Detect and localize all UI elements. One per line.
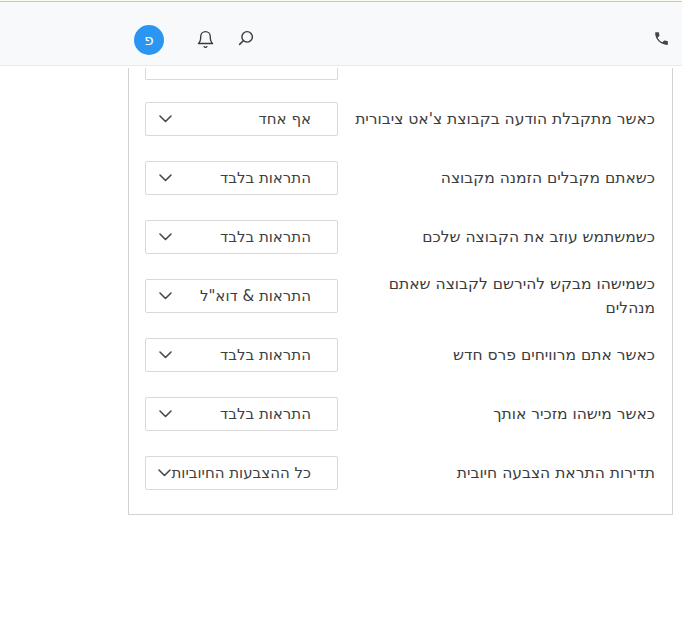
setting-dropdown[interactable]: התראות & דוא"ל xyxy=(145,279,338,313)
setting-label: כאשר מתקבלת הודעה בקבוצת צ'אט ציבורית xyxy=(355,107,655,131)
chevron-down-icon xyxy=(159,410,172,418)
notifications-bell-icon[interactable] xyxy=(194,27,216,51)
selected-value: התראות בלבד xyxy=(220,346,311,364)
setting-row: כשמשתמש עוזב את הקבוצה שלכם התראות בלבד xyxy=(145,220,655,254)
search-icon[interactable] xyxy=(236,28,256,48)
selected-value: התראות בלבד xyxy=(220,405,311,423)
selected-value: כל ההצבעות החיוביות xyxy=(171,464,311,482)
setting-row: כאשר אתם מרוויחים פרס חדש התראות בלבד xyxy=(145,338,655,372)
chevron-down-icon xyxy=(159,174,172,182)
setting-dropdown[interactable]: התראות בלבד xyxy=(145,338,338,372)
selected-value: אף אחד xyxy=(259,110,311,128)
setting-label: תדירות התראת הצבעה חיובית xyxy=(457,461,655,485)
setting-label: כשמישהו מבקש להירשם לקבוצה שאתם מנהלים xyxy=(389,272,655,320)
avatar[interactable]: פ xyxy=(134,25,164,55)
selected-value: התראות & דוא"ל xyxy=(200,287,311,305)
setting-dropdown[interactable]: התראות בלבד xyxy=(145,397,338,431)
chevron-down-icon xyxy=(158,469,171,477)
setting-row: כשאתם מקבלים הזמנה מקבוצה התראות בלבד xyxy=(145,161,655,195)
setting-dropdown[interactable]: התראות בלבד xyxy=(145,161,338,195)
setting-row: כשמישהו מבקש להירשם לקבוצה שאתם מנהלים ה… xyxy=(145,279,655,313)
notification-settings-panel: כאשר מתקבלת הודעה בקבוצת צ'אט ציבורית אף… xyxy=(128,68,673,515)
setting-label: כאשר אתם מרוויחים פרס חדש xyxy=(453,343,655,367)
setting-row: כאשר מתקבלת הודעה בקבוצת צ'אט ציבורית אף… xyxy=(145,102,655,136)
setting-dropdown[interactable]: אף אחד xyxy=(145,102,338,136)
setting-dropdown[interactable]: התראות בלבד xyxy=(145,220,338,254)
chevron-down-icon xyxy=(159,292,172,300)
setting-dropdown-cutoff[interactable] xyxy=(145,68,338,80)
selected-value: התראות בלבד xyxy=(220,169,311,187)
setting-label: כשמשתמש עוזב את הקבוצה שלכם xyxy=(422,225,655,249)
chevron-down-icon xyxy=(159,115,172,123)
selected-value: התראות בלבד xyxy=(220,228,311,246)
chevron-down-icon xyxy=(159,233,172,241)
chevron-down-icon xyxy=(159,351,172,359)
setting-row: תדירות התראת הצבעה חיובית כל ההצבעות החי… xyxy=(145,456,655,490)
phone-icon[interactable] xyxy=(652,29,670,47)
setting-label: כאשר מישהו מזכיר אותך xyxy=(493,402,655,426)
setting-row: כאשר מישהו מזכיר אותך התראות בלבד xyxy=(145,397,655,431)
setting-dropdown[interactable]: כל ההצבעות החיוביות xyxy=(145,456,338,490)
setting-label: כשאתם מקבלים הזמנה מקבוצה xyxy=(441,166,655,190)
top-app-bar: פ xyxy=(0,2,682,66)
